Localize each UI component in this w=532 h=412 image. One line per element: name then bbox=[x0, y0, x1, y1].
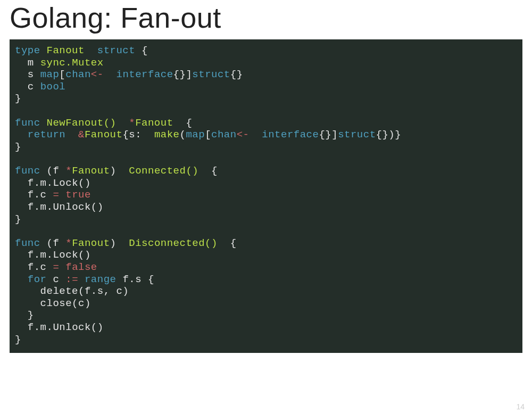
code-token: { bbox=[186, 117, 192, 129]
code-token: c) bbox=[116, 285, 129, 297]
code-token: * bbox=[65, 165, 72, 177]
code-token: } bbox=[15, 213, 21, 225]
code-token: ) bbox=[110, 165, 117, 177]
code-token: <- bbox=[237, 129, 250, 141]
code-token: NewFanout() bbox=[47, 117, 117, 129]
slide: Golang: Fan-out type Fanout struct { m s… bbox=[0, 0, 532, 412]
code-token: false bbox=[65, 261, 97, 273]
code-token: * bbox=[129, 117, 135, 129]
code-token: { bbox=[211, 165, 218, 177]
code-token: f.m.Unlock() bbox=[28, 201, 104, 213]
code-token: [ bbox=[59, 69, 65, 80]
code-token: ) bbox=[110, 237, 117, 249]
code-token: {s: bbox=[122, 129, 142, 141]
code-token: func bbox=[15, 165, 40, 177]
code-token: m bbox=[28, 57, 34, 69]
code-token: { bbox=[148, 274, 154, 285]
code-token: } bbox=[15, 141, 21, 153]
code-token: f.c bbox=[28, 261, 47, 273]
code-token: Fanout bbox=[72, 237, 110, 249]
code-token: chan bbox=[211, 129, 237, 141]
code-token: bool bbox=[40, 81, 66, 93]
code-token: s bbox=[28, 69, 34, 80]
code-token: f.m.Unlock() bbox=[28, 322, 104, 333]
code-token: } bbox=[28, 309, 34, 321]
code-token: { bbox=[230, 237, 237, 249]
code-token: for bbox=[28, 274, 47, 285]
code-token: map bbox=[186, 129, 205, 141]
code-token: struct bbox=[192, 69, 230, 80]
code-token: {}] bbox=[319, 129, 338, 141]
code-token: make bbox=[154, 129, 180, 141]
code-token: Fanout bbox=[135, 117, 173, 129]
code-token: f.s bbox=[122, 274, 142, 285]
code-token: [ bbox=[205, 129, 211, 141]
code-token: {} bbox=[230, 69, 243, 80]
code-token: = bbox=[53, 189, 59, 201]
code-token: type bbox=[15, 45, 40, 56]
code-token: delete(f.s, bbox=[40, 285, 110, 297]
code-token: * bbox=[65, 237, 72, 249]
code-token: return bbox=[28, 129, 65, 141]
code-token: f.m.Lock() bbox=[28, 249, 91, 261]
code-token: chan bbox=[65, 69, 91, 80]
code-token: Fanout bbox=[85, 129, 122, 141]
code-token: c bbox=[28, 81, 34, 93]
code-token: Connected() bbox=[129, 165, 198, 177]
code-token: (f bbox=[47, 165, 60, 177]
code-token: func bbox=[15, 117, 40, 129]
page-number: 14 bbox=[516, 402, 525, 411]
code-token: := bbox=[65, 274, 78, 285]
code-token: ( bbox=[180, 129, 186, 141]
code-token: true bbox=[65, 189, 91, 201]
code-token: map bbox=[40, 69, 60, 80]
code-token: } bbox=[15, 334, 21, 345]
code-token: close(c) bbox=[40, 298, 91, 309]
code-token: struct bbox=[338, 129, 376, 141]
code-token: c bbox=[53, 274, 59, 285]
code-token: range bbox=[85, 274, 117, 285]
code-token: {})} bbox=[376, 129, 402, 141]
code-token: { bbox=[142, 45, 148, 56]
code-token: f.m.Lock() bbox=[28, 177, 91, 189]
code-token: Fanout bbox=[47, 45, 85, 56]
slide-title: Golang: Fan-out bbox=[0, 0, 532, 39]
code-token: interface bbox=[262, 129, 319, 141]
code-token: {}] bbox=[173, 69, 193, 80]
code-token: struct bbox=[97, 45, 135, 56]
code-token: & bbox=[78, 129, 85, 141]
code-token: <- bbox=[91, 69, 104, 80]
code-token: func bbox=[15, 237, 40, 249]
code-token: = bbox=[53, 261, 59, 273]
code-token: interface bbox=[116, 69, 173, 80]
code-token: sync.Mutex bbox=[40, 57, 104, 69]
code-token: } bbox=[15, 93, 21, 104]
code-token: f.c bbox=[28, 189, 47, 201]
code-block: type Fanout struct { m sync.Mutex s map[… bbox=[10, 39, 522, 353]
code-token: (f bbox=[47, 237, 60, 249]
code-token: Disconnected() bbox=[129, 237, 218, 249]
code-token: Fanout bbox=[72, 165, 110, 177]
